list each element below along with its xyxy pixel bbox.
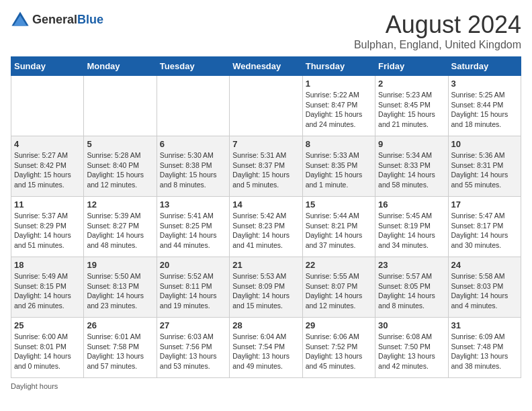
day-number: 26 xyxy=(87,320,153,330)
week-row-5: 25Sunrise: 6:00 AM Sunset: 8:01 PM Dayli… xyxy=(11,318,521,378)
day-info: Sunrise: 5:31 AM Sunset: 8:37 PM Dayligh… xyxy=(232,150,299,190)
day-number: 14 xyxy=(232,199,299,210)
day-cell: 16Sunrise: 5:45 AM Sunset: 8:19 PM Dayli… xyxy=(375,197,448,257)
day-cell: 4Sunrise: 5:27 AM Sunset: 8:42 PM Daylig… xyxy=(11,136,84,197)
day-number: 11 xyxy=(14,199,81,210)
main-title: August 2024 xyxy=(354,11,521,39)
logo-general: General xyxy=(32,13,77,26)
day-number: 23 xyxy=(378,260,445,270)
col-header-saturday: Saturday xyxy=(448,57,521,76)
day-cell: 5Sunrise: 5:28 AM Sunset: 8:40 PM Daylig… xyxy=(84,136,157,197)
day-cell: 19Sunrise: 5:50 AM Sunset: 8:13 PM Dayli… xyxy=(84,257,157,318)
day-cell: 6Sunrise: 5:30 AM Sunset: 8:38 PM Daylig… xyxy=(157,136,229,197)
day-info: Sunrise: 5:58 AM Sunset: 8:03 PM Dayligh… xyxy=(451,271,518,311)
day-cell: 17Sunrise: 5:47 AM Sunset: 8:17 PM Dayli… xyxy=(448,197,521,257)
logo-icon xyxy=(11,11,30,30)
day-cell: 3Sunrise: 5:25 AM Sunset: 8:44 PM Daylig… xyxy=(448,76,521,136)
day-number: 3 xyxy=(451,79,518,89)
day-number: 10 xyxy=(451,139,518,149)
week-row-4: 18Sunrise: 5:49 AM Sunset: 8:15 PM Dayli… xyxy=(11,257,521,318)
day-cell: 2Sunrise: 5:23 AM Sunset: 8:45 PM Daylig… xyxy=(375,76,448,136)
day-cell: 21Sunrise: 5:53 AM Sunset: 8:09 PM Dayli… xyxy=(230,257,302,318)
day-info: Sunrise: 5:53 AM Sunset: 8:09 PM Dayligh… xyxy=(232,271,299,311)
day-info: Sunrise: 5:37 AM Sunset: 8:29 PM Dayligh… xyxy=(14,211,81,250)
day-cell: 23Sunrise: 5:57 AM Sunset: 8:05 PM Dayli… xyxy=(375,257,448,318)
logo-text: GeneralBlue xyxy=(32,13,103,27)
day-info: Sunrise: 5:36 AM Sunset: 8:31 PM Dayligh… xyxy=(451,150,518,190)
day-cell: 27Sunrise: 6:03 AM Sunset: 7:56 PM Dayli… xyxy=(157,318,229,378)
day-cell: 13Sunrise: 5:41 AM Sunset: 8:25 PM Dayli… xyxy=(157,197,229,257)
day-info: Sunrise: 6:00 AM Sunset: 8:01 PM Dayligh… xyxy=(14,332,81,371)
day-number: 8 xyxy=(306,139,372,149)
logo-blue: Blue xyxy=(77,13,103,26)
day-info: Sunrise: 5:57 AM Sunset: 8:05 PM Dayligh… xyxy=(378,271,445,311)
day-number: 15 xyxy=(306,199,372,210)
calendar-header: SundayMondayTuesdayWednesdayThursdayFrid… xyxy=(11,57,521,76)
day-number: 13 xyxy=(160,199,226,210)
footer: Daylight hours xyxy=(11,382,521,390)
day-info: Sunrise: 6:01 AM Sunset: 7:58 PM Dayligh… xyxy=(87,332,153,371)
day-cell: 28Sunrise: 6:04 AM Sunset: 7:54 PM Dayli… xyxy=(230,318,302,378)
day-number: 25 xyxy=(14,320,81,330)
day-cell xyxy=(11,76,84,136)
day-cell: 8Sunrise: 5:33 AM Sunset: 8:35 PM Daylig… xyxy=(302,136,375,197)
day-info: Sunrise: 5:34 AM Sunset: 8:33 PM Dayligh… xyxy=(378,150,445,190)
day-info: Sunrise: 6:08 AM Sunset: 7:50 PM Dayligh… xyxy=(378,332,445,371)
day-number: 4 xyxy=(14,139,81,149)
day-cell: 10Sunrise: 5:36 AM Sunset: 8:31 PM Dayli… xyxy=(448,136,521,197)
day-cell: 7Sunrise: 5:31 AM Sunset: 8:37 PM Daylig… xyxy=(230,136,302,197)
day-number: 29 xyxy=(306,320,372,330)
day-info: Sunrise: 5:49 AM Sunset: 8:15 PM Dayligh… xyxy=(14,271,81,311)
day-cell: 15Sunrise: 5:44 AM Sunset: 8:21 PM Dayli… xyxy=(302,197,375,257)
day-cell: 24Sunrise: 5:58 AM Sunset: 8:03 PM Dayli… xyxy=(448,257,521,318)
day-cell: 9Sunrise: 5:34 AM Sunset: 8:33 PM Daylig… xyxy=(375,136,448,197)
day-number: 6 xyxy=(160,139,226,149)
day-number: 2 xyxy=(378,79,445,89)
day-info: Sunrise: 5:42 AM Sunset: 8:23 PM Dayligh… xyxy=(232,211,299,250)
logo: GeneralBlue xyxy=(11,11,103,30)
daylight-label: Daylight hours xyxy=(11,382,58,390)
day-info: Sunrise: 6:06 AM Sunset: 7:52 PM Dayligh… xyxy=(306,332,372,371)
day-info: Sunrise: 6:09 AM Sunset: 7:48 PM Dayligh… xyxy=(451,332,518,371)
day-info: Sunrise: 5:33 AM Sunset: 8:35 PM Dayligh… xyxy=(306,150,372,190)
day-info: Sunrise: 5:47 AM Sunset: 8:17 PM Dayligh… xyxy=(451,211,518,250)
day-cell: 20Sunrise: 5:52 AM Sunset: 8:11 PM Dayli… xyxy=(157,257,229,318)
col-header-monday: Monday xyxy=(84,57,157,76)
day-info: Sunrise: 5:39 AM Sunset: 8:27 PM Dayligh… xyxy=(87,211,153,250)
week-row-2: 4Sunrise: 5:27 AM Sunset: 8:42 PM Daylig… xyxy=(11,136,521,197)
day-number: 19 xyxy=(87,260,153,270)
day-number: 12 xyxy=(87,199,153,210)
day-cell: 22Sunrise: 5:55 AM Sunset: 8:07 PM Dayli… xyxy=(302,257,375,318)
day-number: 21 xyxy=(232,260,299,270)
col-header-thursday: Thursday xyxy=(302,57,375,76)
day-number: 1 xyxy=(306,79,372,89)
day-number: 16 xyxy=(378,199,445,210)
day-number: 28 xyxy=(232,320,299,330)
day-cell xyxy=(230,76,302,136)
day-cell: 11Sunrise: 5:37 AM Sunset: 8:29 PM Dayli… xyxy=(11,197,84,257)
day-cell: 25Sunrise: 6:00 AM Sunset: 8:01 PM Dayli… xyxy=(11,318,84,378)
day-cell xyxy=(84,76,157,136)
day-number: 17 xyxy=(451,199,518,210)
day-info: Sunrise: 5:25 AM Sunset: 8:44 PM Dayligh… xyxy=(451,90,518,130)
day-cell: 30Sunrise: 6:08 AM Sunset: 7:50 PM Dayli… xyxy=(375,318,448,378)
day-number: 24 xyxy=(451,260,518,270)
day-info: Sunrise: 5:41 AM Sunset: 8:25 PM Dayligh… xyxy=(160,211,226,250)
day-info: Sunrise: 5:45 AM Sunset: 8:19 PM Dayligh… xyxy=(378,211,445,250)
day-cell: 26Sunrise: 6:01 AM Sunset: 7:58 PM Dayli… xyxy=(84,318,157,378)
day-cell: 18Sunrise: 5:49 AM Sunset: 8:15 PM Dayli… xyxy=(11,257,84,318)
week-row-3: 11Sunrise: 5:37 AM Sunset: 8:29 PM Dayli… xyxy=(11,197,521,257)
col-header-wednesday: Wednesday xyxy=(230,57,302,76)
day-number: 22 xyxy=(306,260,372,270)
day-info: Sunrise: 5:30 AM Sunset: 8:38 PM Dayligh… xyxy=(160,150,226,190)
day-number: 20 xyxy=(160,260,226,270)
day-cell xyxy=(157,76,229,136)
day-cell: 29Sunrise: 6:06 AM Sunset: 7:52 PM Dayli… xyxy=(302,318,375,378)
day-info: Sunrise: 5:52 AM Sunset: 8:11 PM Dayligh… xyxy=(160,271,226,311)
day-number: 27 xyxy=(160,320,226,330)
day-cell: 12Sunrise: 5:39 AM Sunset: 8:27 PM Dayli… xyxy=(84,197,157,257)
subtitle: Bulphan, England, United Kingdom xyxy=(354,39,521,51)
day-info: Sunrise: 5:55 AM Sunset: 8:07 PM Dayligh… xyxy=(306,271,372,311)
day-info: Sunrise: 5:28 AM Sunset: 8:40 PM Dayligh… xyxy=(87,150,153,190)
col-header-sunday: Sunday xyxy=(11,57,84,76)
